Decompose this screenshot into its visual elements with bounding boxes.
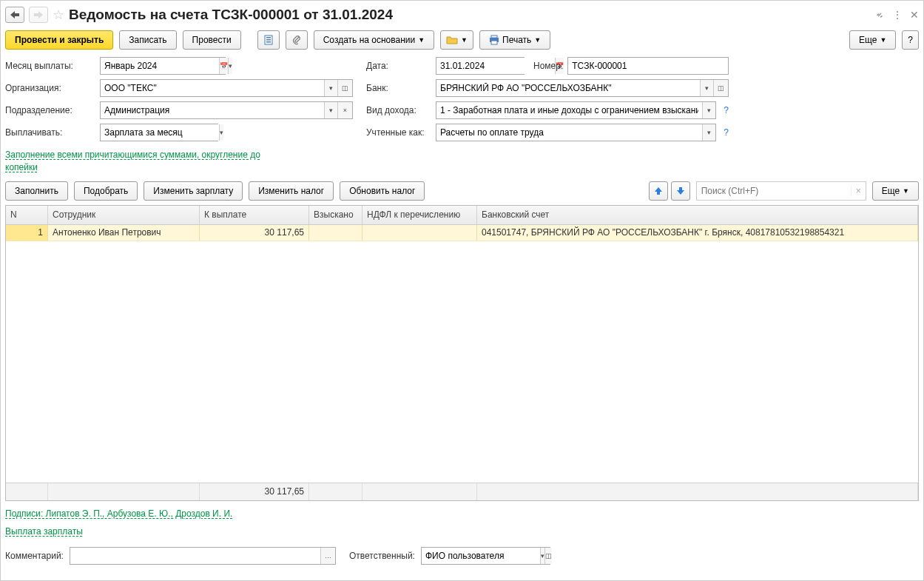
forward-button — [29, 7, 48, 23]
chevron-down-icon: ▼ — [418, 36, 425, 44]
month-input[interactable] — [101, 58, 219, 74]
cell-collected — [309, 225, 362, 241]
change-tax-button[interactable]: Изменить налог — [249, 181, 334, 201]
expand-icon[interactable]: … — [320, 548, 335, 564]
svg-rect-4 — [491, 36, 497, 38]
post-close-button[interactable]: Провести и закрыть — [5, 30, 113, 50]
chevron-down-icon[interactable]: ▾ — [324, 102, 337, 118]
help-button[interactable]: ? — [902, 30, 919, 50]
chevron-down-icon[interactable]: ▾ — [702, 124, 715, 141]
calendar-icon[interactable]: 📅 — [219, 58, 228, 74]
responsible-input[interactable] — [422, 548, 540, 564]
cell-bank: 041501747, БРЯНСКИЙ РФ АО "РОССЕЛЬХОЗБАН… — [477, 225, 918, 241]
chevron-down-icon[interactable]: ▾ — [324, 80, 337, 96]
income-input[interactable] — [436, 102, 702, 118]
svg-rect-1 — [266, 37, 271, 38]
svg-rect-2 — [266, 39, 271, 41]
chevron-down-icon[interactable]: ▾ — [219, 124, 223, 141]
open-icon[interactable]: ◫ — [337, 80, 352, 96]
responsible-label: Ответственный: — [342, 551, 415, 561]
footer-total-pay: 30 117,65 — [200, 483, 309, 500]
cell-employee: Антоненко Иван Петрович — [48, 225, 200, 241]
col-ndfl-header[interactable]: НДФЛ к перечислению — [362, 206, 477, 224]
pay-input[interactable] — [101, 124, 219, 141]
chevron-down-icon: ▼ — [461, 36, 468, 44]
accounted-label: Учтенные как: — [366, 127, 431, 138]
open-icon[interactable]: ◫ — [544, 548, 552, 564]
org-label: Организация: — [5, 83, 95, 93]
svg-rect-3 — [266, 41, 271, 43]
cell-ndfl — [362, 225, 477, 241]
bank-label: Банк: — [366, 83, 431, 93]
dept-label: Подразделение: — [5, 105, 95, 115]
col-collected-header[interactable]: Взыскано — [309, 206, 362, 224]
accounted-input[interactable] — [436, 124, 702, 141]
payroll-table[interactable]: N Сотрудник К выплате Взыскано НДФЛ к пе… — [5, 205, 919, 501]
table-row[interactable]: 1 Антоненко Иван Петрович 30 117,65 0415… — [6, 225, 918, 241]
spinner-icon[interactable]: ▾ — [228, 58, 232, 74]
menu-icon[interactable]: ⋮ — [892, 9, 903, 21]
salary-pay-link[interactable]: Выплата зарплаты — [5, 526, 919, 537]
cell-pay: 30 117,65 — [200, 225, 309, 241]
chevron-down-icon[interactable]: ▾ — [702, 102, 715, 118]
date-label: Дата: — [366, 61, 431, 71]
page-title: Ведомость на счета ТСЗК-000001 от 31.01.… — [69, 7, 393, 23]
col-bank-header[interactable]: Банковский счет — [477, 206, 918, 224]
move-down-button[interactable] — [671, 181, 690, 201]
bank-input[interactable] — [436, 80, 700, 96]
select-button[interactable]: Подобрать — [74, 181, 138, 201]
clear-search-icon[interactable]: × — [851, 186, 866, 196]
folder-icon-button[interactable]: ▼ — [440, 30, 473, 50]
chevron-down-icon: ▼ — [534, 36, 541, 44]
chevron-down-icon: ▼ — [903, 187, 909, 195]
number-input[interactable] — [568, 58, 728, 74]
col-pay-header[interactable]: К выплате — [200, 206, 309, 224]
pay-label: Выплачивать: — [5, 127, 95, 138]
post-button[interactable]: Провести — [183, 30, 241, 50]
search-input[interactable] — [697, 186, 851, 196]
month-label: Месяц выплаты: — [5, 61, 95, 71]
number-label: Номер: — [529, 61, 563, 71]
fill-button[interactable]: Заполнить — [5, 181, 68, 201]
link-icon[interactable] — [874, 10, 885, 20]
table-more-button[interactable]: Еще ▼ — [872, 181, 919, 201]
chevron-down-icon[interactable]: ▾ — [700, 80, 713, 96]
favorite-icon[interactable]: ☆ — [53, 7, 64, 23]
create-based-button[interactable]: Создать на основании ▼ — [314, 30, 434, 50]
help-icon[interactable]: ? — [721, 105, 729, 115]
fill-all-link[interactable]: Заполнение всеми причитающимися суммами,… — [5, 149, 286, 174]
income-label: Вид дохода: — [366, 105, 431, 115]
clear-icon[interactable]: × — [337, 102, 352, 118]
org-input[interactable] — [101, 80, 324, 96]
col-n-header[interactable]: N — [6, 206, 48, 224]
close-icon[interactable]: ✕ — [910, 9, 919, 21]
comment-input[interactable] — [70, 548, 320, 564]
back-button[interactable] — [5, 7, 24, 23]
report-icon-button[interactable] — [257, 30, 280, 50]
print-button[interactable]: Печать ▼ — [479, 30, 550, 50]
update-tax-button[interactable]: Обновить налог — [340, 181, 425, 201]
signs-link[interactable]: Подписи: Липатов Э. П., Арбузова Е. Ю., … — [5, 508, 919, 519]
write-button[interactable]: Записать — [119, 30, 176, 50]
open-icon[interactable]: ◫ — [713, 80, 728, 96]
help-icon[interactable]: ? — [721, 127, 729, 138]
comment-label: Комментарий: — [5, 551, 64, 561]
change-salary-button[interactable]: Изменить зарплату — [144, 181, 243, 201]
move-up-button[interactable] — [649, 181, 668, 201]
svg-rect-6 — [491, 41, 497, 44]
col-employee-header[interactable]: Сотрудник — [48, 206, 200, 224]
cell-n: 1 — [6, 225, 48, 241]
more-button[interactable]: Еще ▼ — [849, 30, 896, 50]
attach-icon-button[interactable] — [286, 30, 308, 50]
chevron-down-icon: ▼ — [880, 36, 886, 44]
dept-input[interactable] — [101, 102, 324, 118]
